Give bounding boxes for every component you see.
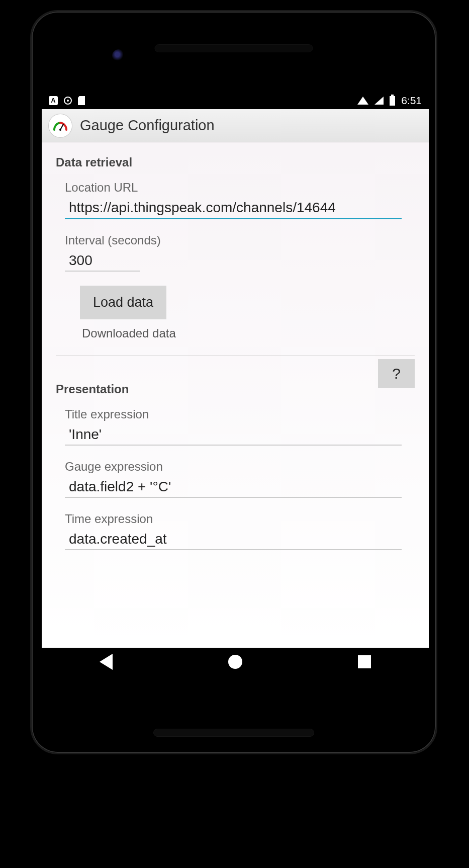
phone-frame: A 6:51 Gauge Configur: [30, 10, 437, 754]
statusbar-indicator-icon: [64, 97, 72, 105]
location-url-label: Location URL: [65, 181, 415, 195]
section-header-data-retrieval: Data retrieval: [56, 155, 415, 169]
time-expression-input[interactable]: [65, 529, 402, 550]
statusbar-sdcard-icon: [78, 96, 85, 105]
phone-speaker: [155, 44, 313, 52]
phone-chin-slot: [153, 729, 314, 737]
load-status-text: Downloaded data: [82, 326, 415, 340]
wifi-icon: [357, 97, 368, 105]
status-bar: A 6:51: [42, 92, 429, 109]
navigation-bar: [42, 648, 429, 675]
app-title: Gauge Configuration: [80, 117, 215, 134]
app-icon: [49, 114, 72, 137]
phone-side-button: [436, 263, 437, 364]
content-area: Data retrieval Location URL Interval (se…: [42, 142, 429, 648]
statusbar-app-icon: A: [49, 96, 58, 105]
time-expression-label: Time expression: [65, 512, 415, 526]
cell-signal-icon: [374, 97, 384, 105]
nav-home-icon[interactable]: [228, 655, 242, 669]
load-data-button[interactable]: Load data: [80, 286, 166, 319]
clock-text: 6:51: [401, 95, 422, 107]
section-divider: [56, 356, 415, 356]
nav-back-icon[interactable]: [100, 654, 113, 670]
interval-input[interactable]: [65, 250, 140, 272]
gauge-expression-label: Gauge expression: [65, 460, 415, 474]
location-url-input[interactable]: [65, 198, 402, 219]
title-expression-label: Title expression: [65, 407, 415, 421]
phone-side-button: [436, 198, 437, 253]
svg-point-1: [59, 129, 61, 131]
gauge-expression-input[interactable]: [65, 477, 402, 498]
help-button[interactable]: ?: [378, 359, 415, 388]
app-bar: Gauge Configuration: [42, 109, 429, 142]
screen: A 6:51 Gauge Configur: [42, 92, 429, 675]
battery-icon: [390, 96, 395, 106]
phone-camera: [112, 49, 125, 62]
title-expression-input[interactable]: [65, 424, 402, 446]
interval-label: Interval (seconds): [65, 233, 415, 247]
nav-recent-icon[interactable]: [358, 655, 371, 668]
